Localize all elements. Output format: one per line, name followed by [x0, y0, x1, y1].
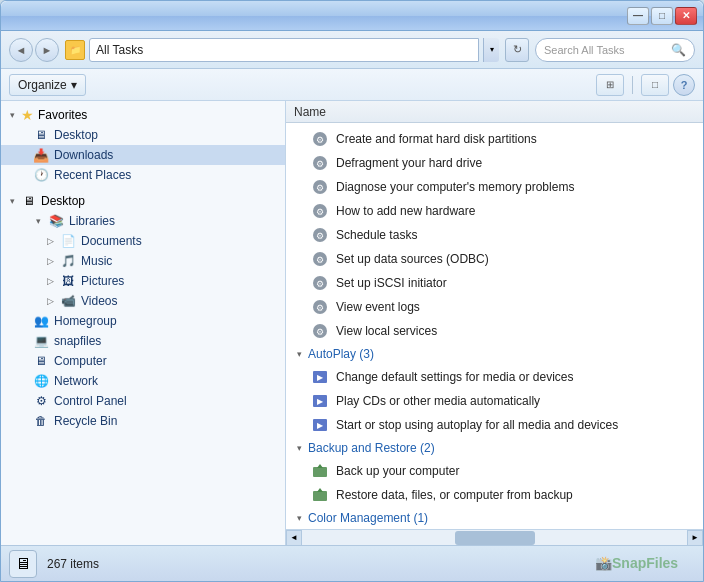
scroll-track: [302, 530, 687, 546]
svg-text:⚙: ⚙: [316, 279, 324, 289]
svg-text:⚙: ⚙: [316, 303, 324, 313]
computer-icon: 🖥: [33, 353, 49, 369]
search-box[interactable]: Search All Tasks 🔍: [535, 38, 695, 62]
autoplay-item-0: Change default settings for media or dev…: [336, 370, 573, 384]
forward-button[interactable]: ►: [35, 38, 59, 62]
list-item[interactable]: ⚙ View event logs: [286, 295, 703, 319]
desktop-root-label: Desktop: [41, 194, 85, 208]
item-label-5: Set up data sources (ODBC): [336, 252, 489, 266]
address-bar: ◄ ► 📁 All Tasks ▾ ↻ Search All Tasks 🔍: [1, 31, 703, 69]
sidebar-item-control-panel[interactable]: ⚙ Control Panel: [1, 391, 285, 411]
sidebar-item-videos[interactable]: ▷ 📹 Videos: [1, 291, 285, 311]
sidebar-item-snapfiles[interactable]: 💻 snapfiles: [1, 331, 285, 351]
title-bar: — □ ✕: [1, 1, 703, 31]
favorites-star-icon: ★: [21, 107, 34, 123]
list-item[interactable]: ⚙ Schedule tasks: [286, 223, 703, 247]
item-icon-1: ⚙: [310, 153, 330, 173]
scroll-thumb[interactable]: [455, 531, 535, 545]
section-header-autoplay[interactable]: ▾ AutoPlay (3): [286, 343, 703, 365]
sidebar-item-desktop-root[interactable]: ▾ 🖥 Desktop: [1, 191, 285, 211]
autoplay-item-1: Play CDs or other media automatically: [336, 394, 540, 408]
homegroup-icon: 👥: [33, 313, 49, 329]
list-item[interactable]: ⚙ Defragment your hard drive: [286, 151, 703, 175]
search-icon: 🔍: [671, 43, 686, 57]
svg-marker-27: [317, 488, 323, 492]
refresh-button[interactable]: ↻: [505, 38, 529, 62]
section-header-backup[interactable]: ▾ Backup and Restore (2): [286, 437, 703, 459]
sidebar-item-recent-places[interactable]: 🕐 Recent Places: [1, 165, 285, 185]
autoplay-section-title: AutoPlay (3): [308, 347, 374, 361]
toolbar-separator: [632, 76, 633, 94]
list-item[interactable]: ▶ Change default settings for media or d…: [286, 365, 703, 389]
homegroup-label: Homegroup: [54, 314, 117, 328]
sidebar-item-pictures[interactable]: ▷ 🖼 Pictures: [1, 271, 285, 291]
music-label: Music: [81, 254, 112, 268]
control-panel-label: Control Panel: [54, 394, 127, 408]
minimize-button[interactable]: —: [627, 7, 649, 25]
sidebar-item-recycle-bin[interactable]: 🗑 Recycle Bin: [1, 411, 285, 431]
list-item[interactable]: ⚙ Set up iSCSI initiator: [286, 271, 703, 295]
item-label-6: Set up iSCSI initiator: [336, 276, 447, 290]
list-item[interactable]: ⚙ View local services: [286, 319, 703, 343]
sidebar-item-libraries[interactable]: ▾ 📚 Libraries: [1, 211, 285, 231]
sidebar-item-downloads[interactable]: 📥 Downloads: [1, 145, 285, 165]
list-item[interactable]: ▶ Play CDs or other media automatically: [286, 389, 703, 413]
nav-buttons: ◄ ►: [9, 38, 59, 62]
list-item[interactable]: ⚙ How to add new hardware: [286, 199, 703, 223]
list-item[interactable]: ⚙ Diagnose your computer's memory proble…: [286, 175, 703, 199]
help-button[interactable]: ?: [673, 74, 695, 96]
sidebar-item-computer[interactable]: 🖥 Computer: [1, 351, 285, 371]
organize-button[interactable]: Organize ▾: [9, 74, 86, 96]
item-label-8: View local services: [336, 324, 437, 338]
list-item[interactable]: ▶ Start or stop using autoplay for all m…: [286, 413, 703, 437]
sidebar-item-homegroup[interactable]: 👥 Homegroup: [1, 311, 285, 331]
scroll-right-button[interactable]: ►: [687, 530, 703, 546]
scroll-left-button[interactable]: ◄: [286, 530, 302, 546]
view-button-2[interactable]: □: [641, 74, 669, 96]
pictures-label: Pictures: [81, 274, 124, 288]
close-button[interactable]: ✕: [675, 7, 697, 25]
snapfiles-label: snapfiles: [54, 334, 101, 348]
window-controls: — □ ✕: [627, 7, 697, 25]
downloads-label: Downloads: [54, 148, 113, 162]
autoplay-item-2: Start or stop using autoplay for all med…: [336, 418, 618, 432]
list-item[interactable]: Restore data, files, or computer from ba…: [286, 483, 703, 507]
recycle-bin-label: Recycle Bin: [54, 414, 117, 428]
desktop-label: Desktop: [54, 128, 98, 142]
autoplay-icon-2: ▶: [310, 415, 330, 435]
section-header-color[interactable]: ▾ Color Management (1): [286, 507, 703, 529]
backup-section-title: Backup and Restore (2): [308, 441, 435, 455]
backup-icon-1: [310, 485, 330, 505]
item-label-4: Schedule tasks: [336, 228, 417, 242]
svg-text:▶: ▶: [317, 421, 324, 430]
item-icon-2: ⚙: [310, 177, 330, 197]
sidebar-item-network[interactable]: 🌐 Network: [1, 371, 285, 391]
address-dropdown-arrow[interactable]: ▾: [483, 38, 499, 62]
sidebar-item-favorites[interactable]: ▾ ★ Favorites: [1, 105, 285, 125]
list-item[interactable]: Back up your computer: [286, 459, 703, 483]
sidebar-item-music[interactable]: ▷ 🎵 Music: [1, 251, 285, 271]
libraries-chevron: ▾: [33, 216, 43, 226]
address-input[interactable]: All Tasks: [89, 38, 479, 62]
pictures-chevron: ▷: [45, 276, 55, 286]
desktop-root-chevron: ▾: [7, 196, 17, 206]
list-item[interactable]: ⚙ Create and format hard disk partitions: [286, 127, 703, 151]
favorites-chevron: ▾: [7, 110, 17, 120]
name-column-header: Name: [294, 105, 326, 119]
content-list: ⚙ Create and format hard disk partitions…: [286, 123, 703, 529]
documents-label: Documents: [81, 234, 142, 248]
sidebar-item-desktop[interactable]: 🖥 Desktop: [1, 125, 285, 145]
backup-item-0: Back up your computer: [336, 464, 459, 478]
column-header: Name: [286, 101, 703, 123]
maximize-button[interactable]: □: [651, 7, 673, 25]
autoplay-icon-1: ▶: [310, 391, 330, 411]
view-icon-2: □: [652, 79, 658, 90]
status-icon: 🖥: [9, 550, 37, 578]
sidebar-item-documents[interactable]: ▷ 📄 Documents: [1, 231, 285, 251]
view-button-1[interactable]: ⊞: [596, 74, 624, 96]
svg-text:📸SnapFiles: 📸SnapFiles: [595, 555, 678, 572]
list-item[interactable]: ⚙ Set up data sources (ODBC): [286, 247, 703, 271]
back-button[interactable]: ◄: [9, 38, 33, 62]
horizontal-scrollbar[interactable]: ◄ ►: [286, 529, 703, 545]
backup-icon-0: [310, 461, 330, 481]
